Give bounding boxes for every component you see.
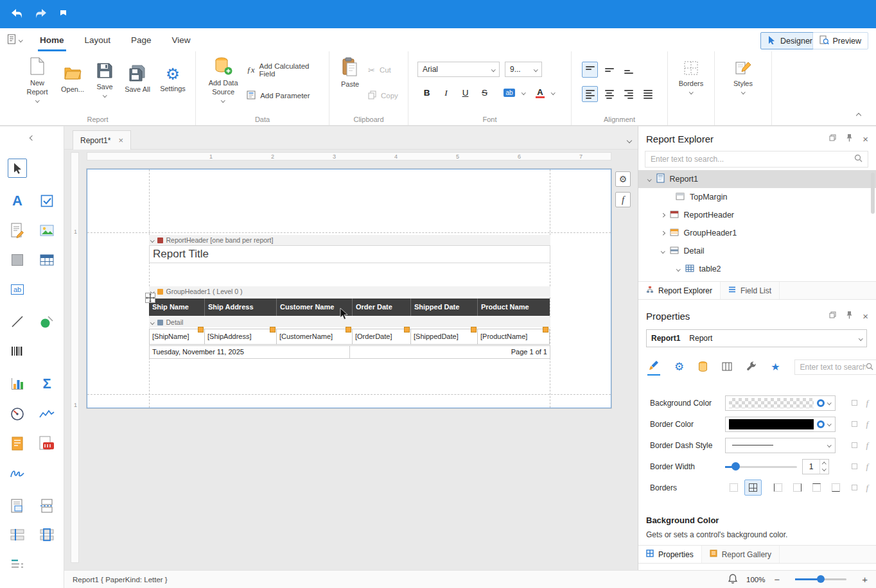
pointer-tool[interactable]: [8, 159, 27, 178]
tab-properties[interactable]: Properties: [638, 546, 702, 563]
italic-button[interactable]: I: [438, 85, 454, 101]
barcode-tool[interactable]: [8, 342, 27, 361]
styles-button[interactable]: Styles: [715, 51, 771, 93]
tree-node-detail[interactable]: Detail: [638, 242, 876, 260]
favorites-category-button[interactable]: ★: [771, 362, 780, 372]
preview-mode-button[interactable]: Preview: [812, 32, 868, 49]
report-explorer-search-input[interactable]: [651, 155, 854, 164]
border-dash-style-editor[interactable]: [725, 438, 836, 453]
detail-cell-ship-address[interactable]: [ShipAddress]: [205, 329, 277, 345]
tab-report-gallery[interactable]: Report Gallery: [702, 546, 780, 563]
appearance-category-button[interactable]: [647, 359, 660, 376]
zoom-slider-thumb[interactable]: [817, 575, 825, 583]
add-calculated-field-button[interactable]: ƒx Add Calculated Field: [244, 62, 329, 78]
add-parameter-button[interactable]: Add Parameter: [244, 87, 329, 104]
font-family-combo[interactable]: Arial: [417, 62, 500, 77]
property-checkbox[interactable]: [852, 442, 857, 448]
signature-tool[interactable]: [8, 464, 27, 483]
float-panel-icon[interactable]: [829, 311, 836, 320]
header-cell-shipped-date[interactable]: Shipped Date: [411, 298, 478, 316]
detail-cell-product-name[interactable]: [ProductName]: [478, 329, 550, 345]
designer-mode-button[interactable]: Designer: [760, 32, 819, 49]
expression-smart-tag-button[interactable]: f: [615, 192, 631, 207]
tab-report-explorer[interactable]: Report Explorer: [638, 282, 721, 299]
font-color-button[interactable]: A: [532, 85, 548, 101]
behavior-category-button[interactable]: ⚙: [674, 362, 684, 372]
new-report-button[interactable]: New Report: [19, 51, 55, 101]
property-checkbox[interactable]: [852, 485, 857, 490]
property-checkbox[interactable]: [852, 463, 857, 469]
settings-button[interactable]: ⚙ Settings: [155, 60, 190, 94]
expander-icon[interactable]: [661, 231, 665, 235]
rich-text-tool[interactable]: [8, 221, 27, 240]
expression-icon[interactable]: f: [866, 419, 868, 429]
borders-none-button[interactable]: [725, 480, 742, 496]
highlight-button[interactable]: ab: [500, 85, 519, 101]
font-size-combo[interactable]: 9...: [505, 62, 542, 77]
tab-page[interactable]: Page: [121, 28, 162, 51]
chart-tool[interactable]: [8, 374, 27, 393]
tab-home[interactable]: Home: [30, 28, 74, 51]
expression-icon[interactable]: f: [866, 440, 868, 451]
report-title-label[interactable]: Report Title: [149, 245, 550, 263]
shape-tool[interactable]: [37, 312, 57, 331]
tree-node-reportheader[interactable]: ReportHeader: [638, 206, 876, 224]
copy-button[interactable]: Copy: [365, 87, 401, 104]
border-width-slider[interactable]: [725, 459, 797, 474]
tree-node-topmargin[interactable]: TopMargin: [638, 188, 876, 206]
explorer-scrollbar[interactable]: [871, 173, 875, 275]
redo-button[interactable]: [31, 4, 51, 24]
report-header-band-strip[interactable]: ReportHeader [one band per report]: [149, 235, 550, 245]
align-middle-button[interactable]: [601, 62, 617, 78]
header-cell-product-name[interactable]: Product Name: [478, 298, 550, 316]
tab-layout[interactable]: Layout: [74, 28, 121, 51]
tab-view[interactable]: View: [162, 28, 201, 51]
undo-button[interactable]: [6, 4, 27, 24]
pdf-content-tool[interactable]: [37, 434, 57, 453]
border-bottom-button[interactable]: [827, 480, 845, 496]
highlight-caret-icon[interactable]: [521, 91, 525, 94]
page-break-tool[interactable]: [37, 496, 57, 515]
tools-category-button[interactable]: [746, 361, 757, 374]
tree-node-groupheader1[interactable]: GroupHeader1: [638, 224, 876, 242]
character-comb-tool[interactable]: ab: [8, 280, 27, 299]
collapse-toolbox-button[interactable]: [26, 132, 39, 144]
layout-category-button[interactable]: [722, 362, 732, 373]
band-collapse-icon[interactable]: [150, 320, 154, 324]
save-button[interactable]: Save: [90, 56, 119, 96]
save-all-button[interactable]: Save All: [121, 59, 154, 94]
expander-icon[interactable]: [661, 249, 665, 253]
close-panel-icon[interactable]: ×: [863, 134, 868, 144]
border-top-button[interactable]: [808, 480, 825, 496]
align-center-button[interactable]: [601, 86, 617, 102]
detail-cell-order-date[interactable]: [OrderDate]: [353, 329, 411, 345]
open-button[interactable]: Open...: [57, 59, 89, 94]
spin-arrows[interactable]: [819, 460, 828, 474]
border-right-button[interactable]: [789, 480, 806, 496]
picture-box-tool[interactable]: [37, 221, 57, 240]
table-move-handle[interactable]: [145, 293, 155, 305]
cross-band-line-tool[interactable]: [8, 525, 27, 544]
scrollbar-thumb[interactable]: [871, 173, 875, 214]
property-checkbox[interactable]: [852, 400, 857, 406]
expander-icon[interactable]: [647, 177, 651, 181]
underline-button[interactable]: U: [457, 85, 473, 101]
detail-cell-customer-name[interactable]: [CustomerName]: [277, 329, 353, 345]
zoom-slider[interactable]: [795, 578, 846, 580]
pin-panel-icon[interactable]: [846, 311, 853, 321]
detail-band-strip[interactable]: Detail: [149, 317, 550, 327]
border-width-spinbox[interactable]: 1: [802, 459, 829, 474]
zoom-out-button[interactable]: −: [774, 574, 780, 585]
border-left-button[interactable]: [769, 480, 787, 496]
line-tool[interactable]: [8, 312, 27, 331]
properties-search[interactable]: [794, 359, 876, 375]
float-panel-icon[interactable]: [829, 134, 836, 143]
pivot-grid-tool[interactable]: Σ: [37, 374, 57, 393]
object-selector-combo[interactable]: Report1 Report: [646, 329, 867, 347]
header-cell-order-date[interactable]: Order Date: [353, 298, 411, 316]
detail-cell-shipped-date[interactable]: [ShippedDate]: [411, 329, 478, 345]
tab-field-list[interactable]: Field List: [721, 282, 780, 299]
align-bottom-button[interactable]: [620, 62, 636, 78]
detail-cell-ship-name[interactable]: [ShipName]: [149, 329, 205, 345]
bold-button[interactable]: B: [419, 85, 435, 101]
